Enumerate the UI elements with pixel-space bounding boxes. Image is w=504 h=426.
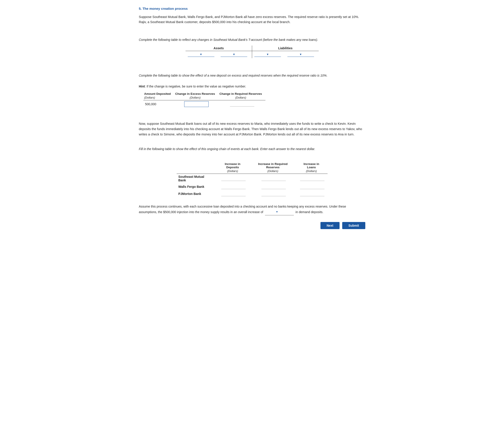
- bank-2-loans: [297, 190, 328, 197]
- chain-col-2-header: Increase in Required Reserves: [250, 161, 297, 169]
- bank-1-required: [250, 183, 297, 190]
- bank-1-loans-input[interactable]: [300, 184, 324, 189]
- reserve-required-cell: [219, 100, 266, 108]
- liabilities-dropdown-1-arrow: ▼: [266, 53, 269, 56]
- t-account-assets-row: ▼ ▼: [186, 51, 252, 58]
- chain-col-3-sub: (Dollars): [297, 169, 328, 174]
- bottom-section: Assume this process continues, with each…: [139, 204, 365, 215]
- assets-dropdown-2-arrow: ▼: [233, 53, 235, 56]
- button-row: Next Submit: [139, 222, 365, 229]
- chain-col-3-header: Increase in Loans: [297, 161, 328, 169]
- bank-0-required-input[interactable]: [261, 176, 286, 181]
- bank-0-loans-input[interactable]: [300, 176, 324, 181]
- table-row: Southeast Mutual Bank: [177, 174, 328, 183]
- reserve-col-2-subheader: (Dollars): [175, 96, 219, 100]
- bank-1-deposits-input[interactable]: [221, 184, 246, 189]
- reserve-amount: 500,000: [143, 100, 175, 108]
- assets-header: Assets: [186, 45, 252, 51]
- liabilities-dropdown-1[interactable]: ▼: [254, 52, 281, 57]
- reserve-col-3-header: Change in Required Reserves: [219, 91, 266, 96]
- bank-name-2: PJMorton Bank: [177, 190, 217, 197]
- table-row: PJMorton Bank: [177, 190, 328, 197]
- demand-deposits-arrow: ▼: [276, 210, 278, 214]
- hint-text: Hint: If the change is negative, be sure…: [139, 85, 365, 88]
- assets-dropdown-2-text: [221, 52, 232, 56]
- reserve-excess-input[interactable]: [184, 101, 209, 107]
- hint-label: Hint: [139, 85, 145, 88]
- next-button[interactable]: Next: [321, 222, 340, 229]
- section-title: 5. The money creation process: [139, 7, 365, 10]
- chain-instruction: Fill in the following table to show the …: [139, 147, 365, 151]
- bank-2-deposits-input[interactable]: [221, 191, 246, 196]
- bank-2-required-input[interactable]: [261, 191, 286, 196]
- reserve-col-1-subheader: (Dollars): [143, 96, 175, 100]
- chain-col-2-sub: (Dollars): [250, 169, 297, 174]
- liabilities-dropdown-2[interactable]: ▼: [287, 52, 314, 57]
- t-account-liabilities-row: ▼ ▼: [252, 51, 319, 58]
- assets-dropdown-1[interactable]: ▼: [188, 52, 214, 57]
- bank-2-required: [250, 190, 297, 197]
- narrative-text: Now, suppose Southeast Mutual Bank loans…: [139, 121, 365, 137]
- submit-button[interactable]: Submit: [342, 222, 365, 229]
- demand-deposits-value: [265, 209, 274, 215]
- bank-0-required: [250, 174, 297, 183]
- reserve-required-input[interactable]: [230, 102, 254, 106]
- bottom-text-after: in demand deposits.: [296, 210, 323, 214]
- bank-1-deposits: [217, 183, 250, 190]
- liabilities-dropdown-2-text: [287, 52, 299, 56]
- reserve-table: Amount Deposited Change in Excess Reserv…: [143, 91, 266, 108]
- bank-name-0: Southeast Mutual Bank: [177, 174, 217, 183]
- bank-name-1: Walls Fergo Bank: [177, 183, 217, 190]
- bank-1-required-input[interactable]: [261, 184, 286, 189]
- table-row: Walls Fergo Bank: [177, 183, 328, 190]
- demand-deposits-dropdown[interactable]: ▼: [265, 209, 294, 215]
- assets-dropdown-2[interactable]: ▼: [221, 52, 247, 57]
- t-account-table: Assets Liabilities ▼ ▼: [186, 45, 319, 58]
- chain-events-table: Increase in Deposits Increase in Require…: [177, 161, 328, 197]
- bank-1-loans: [297, 183, 328, 190]
- chain-col-0-sub: [177, 169, 217, 174]
- bank-0-deposits: [217, 174, 250, 183]
- reserve-col-3-subheader: (Dollars): [219, 96, 266, 100]
- bank-2-deposits: [217, 190, 250, 197]
- reserve-excess-cell: [175, 100, 219, 108]
- reserve-instruction: Complete the following table to show the…: [139, 74, 365, 77]
- reserve-col-2-header: Change in Excess Reserves: [175, 91, 219, 96]
- t-account-instruction: Complete the following table to reflect …: [139, 38, 365, 42]
- assets-dropdown-1-arrow: ▼: [200, 53, 203, 56]
- chain-col-1-sub: (Dollars): [217, 169, 250, 174]
- hint-content: If the change is negative, be sure to en…: [147, 85, 246, 88]
- liabilities-dropdown-2-arrow: ▼: [299, 53, 302, 56]
- intro-text: Suppose Southeast Mutual Bank, Walls Fer…: [139, 14, 365, 25]
- bank-0-loans: [297, 174, 328, 183]
- bank-2-loans-input[interactable]: [300, 191, 324, 196]
- chain-col-1-header: Increase in Deposits: [217, 161, 250, 169]
- chain-col-0-header: [177, 161, 217, 169]
- bank-0-deposits-input[interactable]: [221, 176, 246, 181]
- reserve-col-1-header: Amount Deposited: [143, 91, 175, 96]
- liabilities-dropdown-1-text: [254, 52, 266, 56]
- assets-dropdown-1-text: [188, 52, 199, 56]
- liabilities-header: Liabilities: [252, 45, 319, 51]
